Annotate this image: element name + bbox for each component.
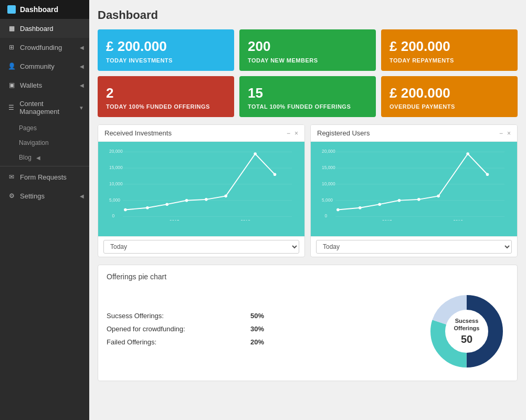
stat-label: TODAY INVESTMENTS bbox=[106, 57, 226, 64]
chart-controls: − × bbox=[287, 130, 298, 137]
svg-text:20,000: 20,000 bbox=[109, 149, 123, 154]
minimize-button[interactable]: − bbox=[287, 130, 290, 137]
sidebar-divider bbox=[0, 166, 89, 166]
pie-section-title: Offerings pie chart bbox=[107, 272, 509, 281]
close-button[interactable]: × bbox=[294, 130, 298, 137]
main-content: Dashboard £ 200.000 TODAY INVESTMENTS 20… bbox=[89, 0, 526, 420]
sidebar-item-label: Crowdfunding bbox=[20, 44, 62, 51]
pie-center-label: Sucsess Offerings 50 bbox=[446, 317, 488, 346]
tag-icon: ⊞ bbox=[7, 43, 16, 51]
svg-text:2017: 2017 bbox=[382, 219, 392, 220]
sidebar-item-label: Community bbox=[20, 62, 55, 70]
sidebar-item-label: Form Requests bbox=[20, 173, 67, 181]
legend-item-success: Sucsess Offerings: 50% bbox=[107, 312, 264, 320]
chevron-down-icon: ▼ bbox=[79, 105, 84, 111]
legend-value-crowdfunding: 30% bbox=[250, 325, 264, 333]
svg-text:2018: 2018 bbox=[453, 219, 463, 220]
svg-text:15,000: 15,000 bbox=[109, 165, 123, 170]
pie-chart-section: Offerings pie chart Sucsess Offerings: 5… bbox=[98, 265, 518, 381]
sidebar-item-wallets[interactable]: ▣ Wallets ◀ bbox=[0, 76, 89, 94]
chart-header-investments: Received Investments − × bbox=[98, 125, 304, 142]
sidebar-sub-navigation[interactable]: Navigation bbox=[0, 135, 89, 150]
chart-period-select-investments[interactable]: Today This Week This Month bbox=[103, 240, 299, 254]
svg-text:2018: 2018 bbox=[240, 219, 250, 220]
stat-value: 15 bbox=[248, 86, 367, 101]
sidebar-item-crowdfunding[interactable]: ⊞ Crowdfunding ◀ bbox=[0, 38, 89, 57]
chart-area-users: 20,000 15,000 10,000 5,000 0 2017 2018 bbox=[311, 142, 517, 236]
envelope-icon: ✉ bbox=[7, 173, 16, 181]
stat-label: TODAY 100% FUNDED OFFERINGS bbox=[106, 103, 226, 110]
wallet-icon: ▣ bbox=[7, 81, 16, 89]
svg-point-15 bbox=[185, 199, 188, 202]
stat-label: TODAY REPAYMENTS bbox=[390, 57, 509, 64]
sidebar-sub-pages[interactable]: Pages bbox=[0, 121, 89, 135]
svg-point-37 bbox=[437, 195, 440, 198]
stat-card-total-funded: 15 TOTAL 100% FUNDED OFFERINGS bbox=[239, 76, 376, 118]
pie-legend: Sucsess Offerings: 50% Opened for crowdf… bbox=[107, 312, 404, 351]
stat-cards-grid: £ 200.000 TODAY INVESTMENTS 200 TODAY NE… bbox=[98, 29, 518, 117]
svg-text:20,000: 20,000 bbox=[322, 149, 335, 154]
charts-row: Received Investments − × 20,000 15,000 1… bbox=[98, 124, 518, 257]
pie-chart: Sucsess Offerings 50 bbox=[425, 289, 509, 373]
svg-point-35 bbox=[398, 199, 401, 202]
stat-card-today-repayments: £ 200.000 TODAY REPAYMENTS bbox=[381, 29, 518, 71]
pie-content: Sucsess Offerings: 50% Opened for crowdf… bbox=[107, 289, 509, 373]
sidebar-item-dashboard[interactable]: ▦ Dashboard bbox=[0, 19, 89, 38]
stat-card-today-members: 200 TODAY NEW MEMBERS bbox=[239, 29, 376, 71]
sidebar: Dashboard ▦ Dashboard ⊞ Crowdfunding ◀ 👤… bbox=[0, 0, 89, 420]
sidebar-item-label: Dashboard bbox=[20, 25, 54, 33]
stat-value: 2 bbox=[106, 86, 226, 101]
stat-label: TODAY NEW MEMBERS bbox=[248, 57, 367, 64]
sidebar-item-form-requests[interactable]: ✉ Form Requests bbox=[0, 167, 89, 186]
stat-label: OVERDUE PAYMENTS bbox=[390, 103, 509, 110]
chevron-right-icon: ◀ bbox=[80, 82, 84, 88]
svg-point-13 bbox=[146, 206, 149, 209]
svg-text:0: 0 bbox=[325, 214, 328, 219]
stat-card-today-funded: 2 TODAY 100% FUNDED OFFERINGS bbox=[98, 76, 234, 118]
svg-point-18 bbox=[254, 152, 257, 155]
svg-text:2017: 2017 bbox=[170, 219, 180, 220]
svg-point-36 bbox=[417, 198, 420, 201]
sidebar-item-settings[interactable]: ⚙ Settings ◀ bbox=[0, 186, 89, 205]
sidebar-item-community[interactable]: 👤 Community ◀ bbox=[0, 57, 89, 76]
dashboard-icon bbox=[7, 5, 16, 14]
chart-period-select-users[interactable]: Today This Week This Month bbox=[316, 240, 512, 254]
legend-value-failed: 20% bbox=[250, 338, 264, 346]
people-icon: 👤 bbox=[7, 62, 16, 70]
chevron-right-icon: ◀ bbox=[80, 45, 84, 50]
svg-text:5,000: 5,000 bbox=[109, 197, 120, 203]
svg-point-32 bbox=[336, 208, 340, 212]
chart-footer-users: Today This Week This Month bbox=[311, 236, 517, 257]
chart-svg-users: 20,000 15,000 10,000 5,000 0 2017 2018 bbox=[316, 147, 512, 220]
sidebar-item-label: Wallets bbox=[20, 81, 42, 89]
sidebar-item-content-management[interactable]: ☰ Content Management ▼ bbox=[0, 94, 89, 121]
sidebar-item-label: Settings bbox=[20, 192, 45, 200]
minimize-button[interactable]: − bbox=[499, 130, 503, 137]
stat-card-overdue: £ 200.000 OVERDUE PAYMENTS bbox=[381, 76, 518, 118]
chevron-right-icon: ◀ bbox=[80, 64, 84, 69]
svg-text:5,000: 5,000 bbox=[322, 197, 333, 203]
svg-text:10,000: 10,000 bbox=[109, 181, 123, 186]
legend-item-failed: Failed Offerings: 20% bbox=[107, 338, 264, 346]
svg-text:0: 0 bbox=[112, 214, 115, 219]
svg-point-17 bbox=[224, 195, 227, 198]
close-button[interactable]: × bbox=[507, 130, 511, 137]
stat-label: TOTAL 100% FUNDED OFFERINGS bbox=[248, 103, 367, 110]
stat-value: £ 200.000 bbox=[106, 39, 226, 54]
legend-label-success: Sucsess Offerings: bbox=[107, 312, 164, 320]
svg-point-19 bbox=[273, 173, 277, 176]
stat-card-today-investments: £ 200.000 TODAY INVESTMENTS bbox=[98, 29, 234, 71]
legend-item-crowdfunding: Opened for crowdfunding: 30% bbox=[107, 325, 264, 333]
svg-point-39 bbox=[486, 173, 489, 176]
chart-footer-investments: Today This Week This Month bbox=[98, 236, 304, 257]
svg-text:15,000: 15,000 bbox=[322, 165, 335, 170]
grid-icon: ▦ bbox=[7, 24, 16, 33]
sidebar-brand[interactable]: Dashboard bbox=[0, 0, 89, 19]
sidebar-sub-blog[interactable]: Blog ◀ bbox=[0, 150, 89, 165]
stat-value: £ 200.000 bbox=[390, 86, 509, 101]
stat-value: 200 bbox=[248, 39, 367, 54]
chart-panel-users: Registered Users − × 20,000 15,000 10,00… bbox=[310, 124, 518, 257]
svg-point-12 bbox=[124, 208, 127, 212]
svg-point-33 bbox=[359, 206, 362, 209]
file-icon: ☰ bbox=[7, 103, 15, 112]
